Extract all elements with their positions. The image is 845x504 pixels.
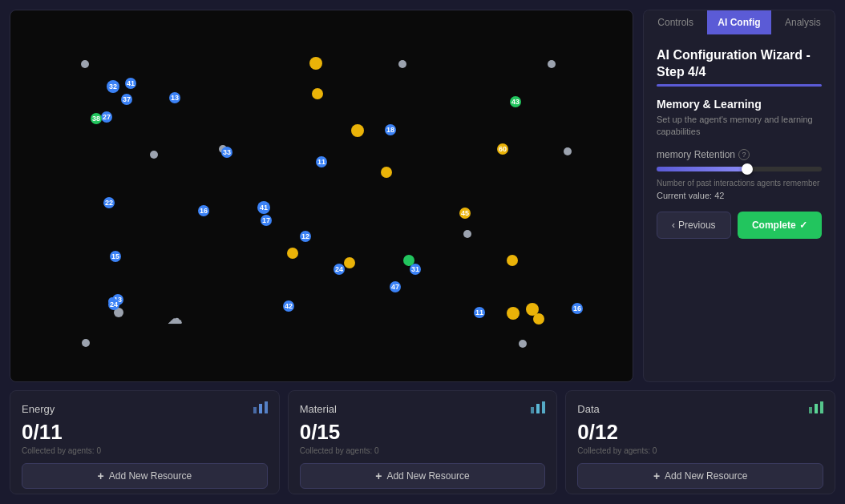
right-panel: Controls AI Config Analysis AI Configura… bbox=[643, 10, 835, 382]
card-count: 0/12 bbox=[577, 420, 823, 445]
slider-thumb[interactable] bbox=[742, 163, 753, 175]
bar-chart-icon bbox=[809, 401, 823, 417]
svg-rect-2 bbox=[265, 401, 268, 413]
agent-dot: 43 bbox=[510, 96, 521, 107]
current-value-label: Current value: 42 bbox=[657, 191, 822, 200]
setting-description: Number of past interactions agents remem… bbox=[657, 178, 822, 189]
tab-ai-config[interactable]: AI Config bbox=[707, 10, 770, 34]
agent-dot: 11 bbox=[474, 307, 485, 318]
previous-button[interactable]: ‹ Previous bbox=[657, 212, 731, 239]
agent-dot: 41 bbox=[125, 78, 136, 89]
agent-dot bbox=[309, 57, 322, 70]
tab-controls[interactable]: Controls bbox=[644, 10, 707, 34]
agent-dot bbox=[507, 255, 518, 266]
resource-card: Data 0/12 Collected by agents: 0 + Add N… bbox=[565, 390, 835, 494]
agent-dot bbox=[403, 255, 414, 266]
svg-rect-5 bbox=[542, 401, 545, 413]
card-header: Energy bbox=[22, 401, 268, 417]
bottom-cards: Energy 0/11 Collected by agents: 0 + Add… bbox=[10, 390, 835, 494]
agent-dot: 22 bbox=[103, 197, 115, 208]
card-collected: Collected by agents: 0 bbox=[300, 446, 546, 455]
agent-dot: 17 bbox=[261, 215, 272, 226]
agent-dot bbox=[533, 313, 544, 325]
agent-dot: 45 bbox=[459, 208, 471, 219]
card-header: Data bbox=[577, 401, 823, 417]
memory-retention-slider[interactable] bbox=[657, 167, 822, 171]
agent-dot: 11 bbox=[316, 156, 327, 167]
agent-dot: 15 bbox=[110, 251, 121, 262]
add-resource-label: Add New Resource bbox=[109, 470, 192, 482]
svg-rect-1 bbox=[259, 404, 262, 413]
resource-card: Material 0/15 Collected by agents: 0 + A… bbox=[288, 390, 558, 494]
main-area: 3241372738131843603311221641174512243147… bbox=[10, 10, 835, 382]
card-collected: Collected by agents: 0 bbox=[577, 446, 823, 455]
agent-dot: 24 bbox=[108, 299, 119, 310]
agent-dot: 47 bbox=[390, 281, 401, 292]
add-resource-button[interactable]: + Add New Resource bbox=[577, 463, 823, 489]
card-collected: Collected by agents: 0 bbox=[22, 446, 268, 455]
previous-label: Previous bbox=[678, 220, 716, 231]
complete-button[interactable]: Complete ✓ bbox=[738, 212, 822, 239]
agent-dot: 12 bbox=[300, 231, 311, 242]
agent-dot bbox=[564, 147, 572, 155]
agent-dot: 60 bbox=[497, 143, 508, 155]
agent-dot bbox=[287, 248, 298, 259]
svg-rect-6 bbox=[809, 407, 812, 413]
svg-rect-8 bbox=[820, 401, 823, 413]
card-header: Material bbox=[300, 401, 546, 417]
agent-dot: 27 bbox=[101, 111, 112, 123]
agent-dot: 33 bbox=[221, 147, 232, 158]
agent-dot: 32 bbox=[107, 80, 119, 93]
plus-icon: + bbox=[98, 470, 104, 482]
agent-dot: 24 bbox=[334, 264, 345, 275]
chevron-left-icon: ‹ bbox=[672, 220, 675, 231]
wizard-progress-bar bbox=[657, 84, 822, 87]
wizard-section-desc: Set up the agent's memory and learning c… bbox=[657, 114, 822, 139]
svg-rect-0 bbox=[253, 407, 257, 413]
bar-chart-icon bbox=[253, 401, 268, 417]
agent-dot: 16 bbox=[198, 205, 209, 216]
add-resource-label: Add New Resource bbox=[386, 470, 469, 482]
agent-dot bbox=[150, 151, 158, 159]
add-resource-button[interactable]: + Add New Resource bbox=[22, 463, 268, 489]
svg-rect-7 bbox=[815, 404, 818, 413]
wizard-title: AI Configuration Wizard - Step 4/4 bbox=[657, 47, 822, 81]
agent-dot bbox=[344, 257, 355, 268]
wizard-panel: AI Configuration Wizard - Step 4/4 Memor… bbox=[643, 34, 835, 382]
svg-rect-4 bbox=[536, 404, 540, 413]
tab-analysis[interactable]: Analysis bbox=[771, 10, 835, 34]
card-count: 0/11 bbox=[22, 420, 268, 445]
agent-dot bbox=[507, 307, 520, 320]
agent-dot bbox=[519, 340, 527, 348]
agent-dot: 38 bbox=[91, 113, 102, 124]
agent-dot bbox=[548, 60, 556, 68]
card-title: Material bbox=[300, 403, 337, 415]
card-title: Data bbox=[577, 403, 599, 415]
agent-dot bbox=[82, 339, 90, 347]
agent-dot bbox=[381, 167, 392, 178]
checkmark-icon: ✓ bbox=[799, 220, 807, 231]
resource-card: Energy 0/11 Collected by agents: 0 + Add… bbox=[10, 390, 280, 494]
complete-label: Complete bbox=[752, 220, 796, 231]
agent-dot: 18 bbox=[385, 124, 396, 135]
agent-dot bbox=[81, 60, 89, 68]
setting-label: memory Retention bbox=[657, 149, 735, 160]
help-icon[interactable]: ? bbox=[738, 149, 750, 160]
add-resource-label: Add New Resource bbox=[665, 470, 747, 482]
agent-dot bbox=[398, 60, 406, 68]
simulation-canvas: 3241372738131843603311221641174512243147… bbox=[10, 10, 633, 382]
agent-dot: 41 bbox=[257, 201, 270, 214]
agent-dot: 42 bbox=[283, 300, 294, 312]
tab-bar: Controls AI Config Analysis bbox=[643, 10, 835, 34]
agent-dot bbox=[463, 230, 471, 238]
agent-dot: 16 bbox=[572, 303, 583, 314]
add-resource-button[interactable]: + Add New Resource bbox=[300, 463, 546, 489]
setting-label-row: memory Retention ? bbox=[657, 149, 822, 160]
plus-icon: + bbox=[375, 470, 382, 482]
agent-dot bbox=[351, 124, 364, 137]
plus-icon: + bbox=[653, 470, 660, 482]
wizard-buttons: ‹ Previous Complete ✓ bbox=[657, 212, 822, 239]
agent-dot: 37 bbox=[121, 94, 132, 105]
agent-dot: ☁ bbox=[168, 312, 182, 326]
agent-dot bbox=[312, 88, 323, 99]
